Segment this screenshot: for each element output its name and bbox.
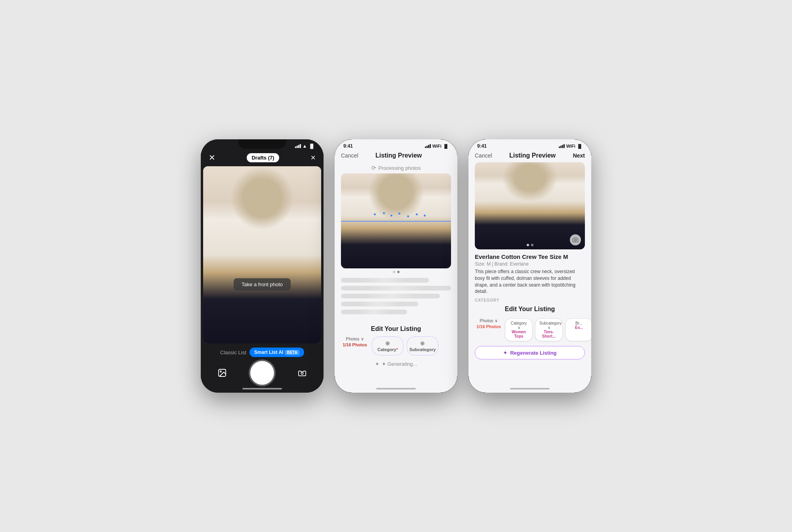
camera-header: ✕ Drafts (7) ✕ (201, 150, 324, 166)
tab-subcat-label-3: Subcategory ∨ (539, 321, 558, 330)
close-icon[interactable]: ✕ (209, 153, 215, 162)
skeleton-line (341, 310, 407, 314)
svg-point-2 (301, 372, 303, 374)
tab-category-label: Category* (377, 347, 398, 352)
regen-btn-label: Regenerate Listing (510, 350, 556, 356)
drafts-badge[interactable]: Drafts (7) (247, 153, 279, 162)
listing-ui: 9:41 WiFi ▐▌ Cancel Listing P (335, 139, 457, 393)
edit-listing-title-2: Edit Your Listing (341, 325, 451, 332)
signal-icon-2 (425, 144, 431, 148)
status-time-3: 9:41 (477, 143, 487, 149)
camera-controls (207, 361, 317, 385)
tab-photos-3[interactable]: Photos ∨ 1/16 Photos (475, 318, 503, 341)
flash-icon[interactable]: ✕ (310, 154, 316, 162)
battery-icon-1: ▐▌ (308, 144, 315, 148)
tab-photos-label: Photos ∨ (346, 336, 364, 342)
tabs-row-2: Photos ∨ 1/16 Photos ⊕ Category* ⊕ Subca… (341, 336, 451, 357)
category-section-label: CATEGORY (468, 296, 591, 302)
result-product-image (475, 162, 585, 249)
scan-dot (390, 215, 392, 217)
signal-icon-3 (559, 144, 565, 148)
home-indicator-3 (510, 388, 550, 390)
classic-list-label[interactable]: Classic List (220, 350, 246, 355)
tab-brand-value-3: Ev... (569, 325, 588, 330)
notch-2 (372, 139, 420, 149)
image-pagination-3 (475, 244, 585, 246)
status-icons-3: WiFi ▐▌ (559, 144, 583, 148)
signal-icon-1 (295, 144, 301, 148)
nav-bar-2: Cancel Listing Preview Next (335, 150, 457, 162)
phone-result: 9:41 WiFi ▐▌ Cancel Listing P (468, 139, 591, 393)
camera-icon-overlay[interactable] (570, 234, 581, 245)
wifi-icon-3: WiFi (566, 144, 575, 148)
status-time-2: 9:41 (343, 143, 353, 149)
tab-subcategory-2[interactable]: ⊕ Subcategory (407, 336, 438, 355)
generating-label: ✦ Generating... (382, 361, 417, 367)
tabs-row-3: Photos ∨ 1/16 Photos Category ∨ Women To… (475, 317, 585, 343)
home-indicator-2 (376, 388, 416, 390)
tab-photos-2[interactable]: Photos ∨ 1/16 Photos (341, 336, 369, 355)
status-icons-1: ▲ ▐▌ (295, 143, 315, 149)
tab-brand-label-3: Br... (569, 321, 588, 325)
phone-processing: 9:41 WiFi ▐▌ Cancel Listing P (335, 139, 457, 393)
tab-photos-label-3: Photos ∨ (480, 318, 497, 323)
page-title-3: Listing Preview (509, 152, 556, 159)
gallery-button[interactable] (215, 366, 229, 380)
product-image-area-2 (341, 173, 451, 268)
scan-line (341, 221, 451, 222)
result-screen: 9:41 WiFi ▐▌ Cancel Listing P (468, 139, 591, 393)
processing-banner: ⟳ Processing photos (335, 162, 457, 173)
camera-screen: 9:41 ▲ ▐▌ ✕ Drafts (7) (201, 139, 324, 393)
wifi-icon-1: ▲ (303, 143, 307, 149)
svg-point-3 (575, 239, 577, 241)
scan-dot (383, 212, 385, 214)
tab-category-2[interactable]: ⊕ Category* (372, 336, 404, 355)
cancel-button-3[interactable]: Cancel (475, 152, 492, 159)
product-description: This piece offers a classic crew neck, o… (475, 268, 585, 295)
camera-bottom-bar: Classic List Smart List AI BETA (201, 344, 324, 393)
nav-bar-3: Cancel Listing Preview Next (468, 150, 591, 162)
status-icons-2: WiFi ▐▌ (425, 144, 449, 148)
scan-dot (424, 215, 426, 217)
listing-type-selector: Classic List Smart List AI BETA (220, 348, 304, 357)
tab-photos-value: 1/16 Photos (343, 342, 367, 347)
result-photo (475, 162, 585, 249)
edit-listing-section-3: Edit Your Listing Photos ∨ 1/16 Photos C… (468, 302, 591, 343)
scan-dot (398, 213, 400, 215)
img-dot-3 (527, 244, 529, 246)
regenerate-listing-button[interactable]: ✦ Regenerate Listing (475, 346, 585, 359)
product-meta: Size: M | Brand: Everlane (475, 261, 585, 267)
notch-1 (238, 139, 286, 149)
flip-camera-button[interactable] (295, 366, 309, 380)
shutter-button[interactable] (250, 361, 274, 385)
img-dot-active-3 (531, 244, 533, 246)
camera-ui: 9:41 ▲ ▐▌ ✕ Drafts (7) (201, 139, 324, 393)
tab-brand-3[interactable]: Br... Ev... (565, 318, 591, 341)
smart-list-button[interactable]: Smart List AI BETA (249, 348, 304, 357)
tab-subcategory-label: Subcategory (409, 347, 436, 352)
photo-prompt-label: Take a front photo (234, 278, 291, 291)
battery-icon-3: ▐▌ (577, 144, 583, 148)
smart-list-label: Smart List AI (254, 350, 284, 355)
tab-subcategory-3[interactable]: Subcategory ∨ Tees- Short... (535, 318, 563, 341)
next-button-3[interactable]: Next (573, 152, 585, 159)
scan-dots (341, 211, 451, 219)
processing-label: Processing photos (379, 165, 421, 171)
cancel-button-2[interactable]: Cancel (341, 152, 358, 159)
regen-icon: ✦ (503, 350, 508, 356)
camera-viewfinder: Take a front photo (203, 166, 321, 344)
home-indicator-1 (242, 388, 282, 390)
skeleton-line (341, 286, 451, 291)
product-title: Everlane Cotton Crew Tee Size M (475, 253, 585, 260)
tab-category-3[interactable]: Category ∨ Women Tops (505, 318, 533, 341)
tab-photos-value-3: 1/16 Photos (476, 324, 501, 329)
scan-dot (374, 213, 376, 215)
scan-dot (416, 213, 418, 215)
generating-bar: ✦ ✦ Generating... (335, 357, 457, 371)
skeleton-line (341, 278, 429, 283)
result-ui: 9:41 WiFi ▐▌ Cancel Listing P (468, 139, 591, 393)
skeleton-line (341, 294, 440, 298)
tab-brand-2[interactable]: B (442, 336, 451, 355)
subcategory-add-icon: ⊕ (420, 340, 425, 346)
edit-listing-title-3: Edit Your Listing (475, 306, 585, 313)
